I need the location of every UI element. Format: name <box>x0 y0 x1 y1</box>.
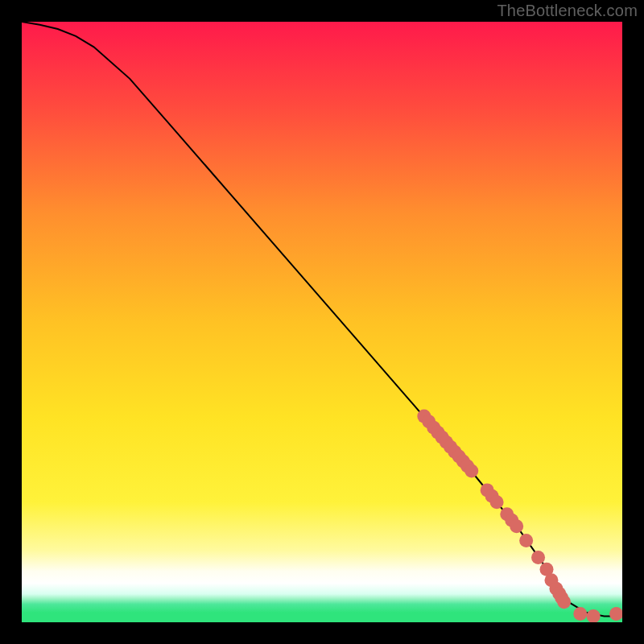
chart-svg <box>22 22 622 622</box>
data-point <box>464 464 478 478</box>
data-point <box>510 519 523 533</box>
data-point <box>490 495 504 509</box>
data-point <box>557 595 571 609</box>
plot-area <box>22 22 622 622</box>
data-point <box>573 607 587 621</box>
gradient-background <box>22 22 622 622</box>
data-point <box>519 534 533 547</box>
chart-stage: TheBottleneck.com <box>0 0 644 644</box>
watermark-text: TheBottleneck.com <box>497 2 638 20</box>
data-point <box>531 551 545 564</box>
